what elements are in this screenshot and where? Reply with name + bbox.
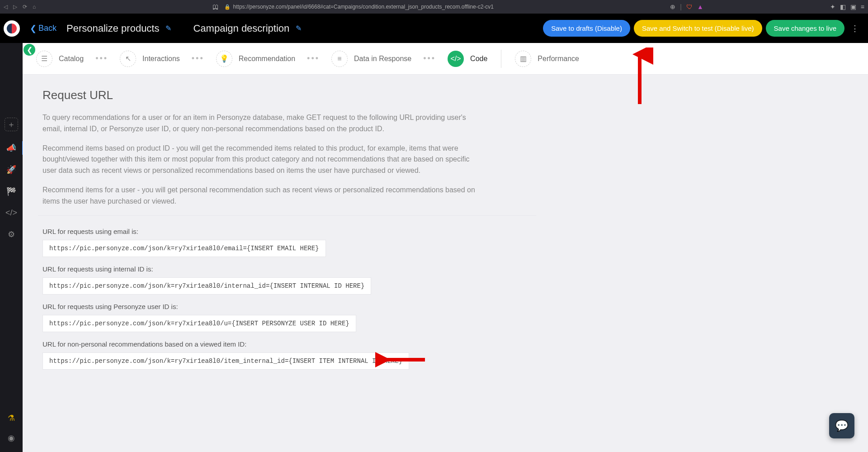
page-subtitle: Campaign description	[193, 23, 289, 34]
step-data-response[interactable]: ≡ Data in Response	[331, 51, 411, 67]
add-button[interactable]: ＋	[5, 118, 18, 131]
dashboard-icon[interactable]: 🏁	[6, 186, 16, 196]
url-code-email[interactable]: https://pic.personyze.com/json/k=ry7xir1…	[42, 240, 326, 257]
nav-back-icon[interactable]: ◁	[4, 4, 8, 10]
url-label-internal: URL for requests using internal ID is:	[42, 265, 532, 273]
url-label-item: URL for non-personal recommendations bas…	[42, 340, 532, 348]
app-logo[interactable]	[4, 20, 20, 37]
bulb-icon: 💡	[216, 51, 232, 67]
settings-icon[interactable]: ⚙	[8, 229, 15, 239]
bookmark-icon[interactable]: 🕮	[212, 3, 219, 10]
browser-menu-icon[interactable]: ≡	[861, 3, 864, 10]
step-performance[interactable]: ▥ Performance	[515, 51, 579, 67]
url-code-internal[interactable]: https://pic.personyze.com/json/k=ry7xir1…	[42, 277, 371, 295]
step-code[interactable]: </> Code	[448, 51, 487, 67]
extensions-icon[interactable]: ✦	[830, 3, 835, 10]
chat-widget-button[interactable]: 💬	[829, 413, 854, 438]
brave-shield-icon[interactable]: 🛡	[686, 3, 693, 10]
save-drafts-button[interactable]: Save to drafts (Disable)	[543, 20, 630, 37]
url-label-email: URL for requests using email is:	[42, 228, 532, 235]
intro-paragraph-3: Recommend items for a user - you will ge…	[42, 185, 482, 207]
help-icon[interactable]: ◉	[8, 433, 15, 443]
zoom-icon[interactable]: ⊕	[670, 3, 675, 10]
save-live-button[interactable]: Save changes to live	[766, 20, 844, 37]
app-header: ❮ Back Personalize products ✎ Campaign d…	[0, 14, 868, 43]
url-label-personyze: URL for requests using Personyze user ID…	[42, 303, 532, 310]
side-rail: ＋ 📣 🚀 🏁 </> ⚙ ⚗ ◉	[0, 43, 23, 452]
wallet-icon[interactable]: ▣	[850, 3, 856, 10]
main-content: ☰ Catalog ••• ↖ Interactions ••• 💡 Recom…	[23, 43, 868, 452]
browser-toolbar: ◁ ▷ ⟳ ⌂ 🕮 🔒 https://personyze.com/panel/…	[0, 0, 868, 14]
step-interactions[interactable]: ↖ Interactions	[120, 51, 180, 67]
url-code-personyze[interactable]: https://pic.personyze.com/json/k=ry7xir1…	[42, 315, 356, 332]
url-text: https://personyze.com/panel/id/6668#cat=…	[233, 4, 494, 10]
url-bar[interactable]: 🔒 https://personyze.com/panel/id/6668#ca…	[224, 4, 494, 10]
chart-icon: ▥	[515, 51, 531, 67]
list-icon: ≡	[331, 51, 348, 67]
chevron-left-icon: ❮	[30, 24, 37, 33]
intro-paragraph-2: Recommend items based on product ID - yo…	[42, 143, 482, 176]
nav-forward-icon[interactable]: ▷	[13, 4, 17, 10]
step-catalog[interactable]: ☰ Catalog	[36, 51, 84, 67]
code-step-icon: </>	[448, 51, 464, 67]
cursor-icon: ↖	[120, 51, 136, 67]
save-switch-test-button[interactable]: Save and Switch to test (Disable live)	[634, 20, 762, 37]
section-heading: Request URL	[42, 88, 482, 102]
sidebar-icon[interactable]: ◧	[840, 3, 846, 10]
edit-title-icon[interactable]: ✎	[165, 24, 171, 33]
step-recommendation[interactable]: 💡 Recommendation	[216, 51, 295, 67]
url-code-item[interactable]: https://pic.personyze.com/json/k=ry7xir1…	[42, 352, 409, 370]
content-body: Request URL To query recommendations for…	[23, 75, 502, 414]
intro-paragraph-1: To query recommendations for a user or f…	[42, 112, 482, 135]
url-examples-section: URL for requests using email is: https:/…	[38, 215, 536, 387]
header-more-menu[interactable]: ⋮	[848, 24, 862, 33]
code-icon[interactable]: </>	[5, 208, 17, 218]
nav-reload-icon[interactable]: ⟳	[23, 4, 27, 10]
rocket-icon[interactable]: 🚀	[6, 165, 16, 175]
lock-icon: 🔒	[224, 4, 231, 10]
campaigns-icon[interactable]: 📣	[6, 143, 16, 153]
brave-rewards-icon[interactable]: ▲	[697, 3, 703, 10]
stepper: ☰ Catalog ••• ↖ Interactions ••• 💡 Recom…	[23, 43, 868, 75]
catalog-icon: ☰	[36, 51, 52, 67]
back-button[interactable]: ❮ Back	[30, 24, 57, 33]
edit-subtitle-icon[interactable]: ✎	[296, 24, 302, 33]
nav-home-icon[interactable]: ⌂	[33, 4, 36, 10]
collapse-sidebar-button[interactable]: ❮	[23, 43, 36, 57]
page-title: Personalize products	[66, 23, 159, 34]
lab-icon[interactable]: ⚗	[8, 413, 15, 423]
